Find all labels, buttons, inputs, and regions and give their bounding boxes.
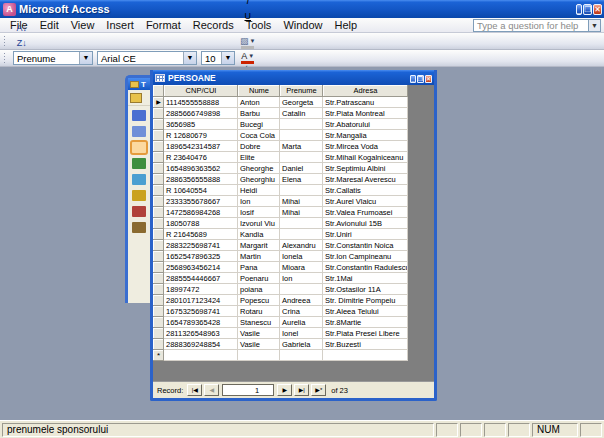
cell[interactable]: [280, 218, 323, 229]
font-name-combo[interactable]: Arial CE ▼: [97, 51, 197, 65]
close-button[interactable]: ✕: [425, 75, 432, 83]
cell[interactable]: Ionela: [280, 251, 323, 262]
cell[interactable]: Gabriela: [280, 339, 323, 350]
cell[interactable]: Margarit: [238, 240, 280, 251]
cell[interactable]: Elite: [238, 152, 280, 163]
cell[interactable]: Pana: [238, 262, 280, 273]
column-header-adresa[interactable]: Adresa: [323, 85, 408, 97]
reports-icon[interactable]: [132, 158, 146, 169]
modules-icon[interactable]: [132, 206, 146, 217]
new-record-selector[interactable]: *: [153, 350, 164, 361]
menu-help[interactable]: Help: [329, 19, 364, 31]
cell[interactable]: Marta: [280, 141, 323, 152]
cell[interactable]: [323, 350, 408, 361]
record-selector[interactable]: [153, 119, 164, 130]
cell[interactable]: Str.Constantin Noica: [323, 240, 408, 251]
forms-icon[interactable]: [132, 142, 146, 153]
cell[interactable]: 2886356555888: [164, 174, 238, 185]
cell[interactable]: 1114555558888: [164, 97, 238, 108]
cell[interactable]: Martin: [238, 251, 280, 262]
cell[interactable]: 2883225698741: [164, 240, 238, 251]
toolbar-drag-handle[interactable]: [3, 35, 8, 47]
font-size-combo[interactable]: 10 ▼: [201, 51, 235, 65]
record-selector[interactable]: [153, 262, 164, 273]
cell[interactable]: Iosif: [238, 207, 280, 218]
sort-descending-button[interactable]: Z↓: [12, 36, 31, 51]
record-selector[interactable]: [153, 240, 164, 251]
record-selector[interactable]: [153, 317, 164, 328]
next-record-button[interactable]: ▶: [277, 384, 292, 396]
menu-window[interactable]: Window: [277, 19, 328, 31]
cell[interactable]: Catalin: [280, 108, 323, 119]
cell[interactable]: 2801017123424: [164, 295, 238, 306]
cell[interactable]: 2333355678667: [164, 196, 238, 207]
cell[interactable]: Popescu: [238, 295, 280, 306]
cell[interactable]: Ion: [280, 273, 323, 284]
record-selector[interactable]: [153, 130, 164, 141]
cell[interactable]: Ionel: [280, 328, 323, 339]
record-selector[interactable]: [153, 251, 164, 262]
cell[interactable]: Daniel: [280, 163, 323, 174]
cell[interactable]: 2885554446667: [164, 273, 238, 284]
chevron-down-icon[interactable]: ▼: [79, 52, 92, 64]
record-selector[interactable]: [153, 284, 164, 295]
cell[interactable]: Str.Mihail Kogalniceanu: [323, 152, 408, 163]
cell[interactable]: 1675325698741: [164, 306, 238, 317]
record-selector[interactable]: [153, 196, 164, 207]
record-selector[interactable]: [153, 207, 164, 218]
cell[interactable]: Str.Piata Montreal: [323, 108, 408, 119]
cell[interactable]: Vasile: [238, 339, 280, 350]
cell[interactable]: 2885666749898: [164, 108, 238, 119]
record-selector[interactable]: [153, 229, 164, 240]
column-header-prenume[interactable]: Prenume: [280, 85, 323, 97]
cell[interactable]: Alexandru: [280, 240, 323, 251]
last-record-button[interactable]: ▶|: [294, 384, 309, 396]
cell[interactable]: Str.Mangalia: [323, 130, 408, 141]
chevron-down-icon[interactable]: ▼: [221, 52, 234, 64]
cell[interactable]: Bucegi: [238, 119, 280, 130]
record-selector[interactable]: [153, 295, 164, 306]
menu-view[interactable]: View: [65, 19, 101, 31]
cell[interactable]: Str.8Martie: [323, 317, 408, 328]
go-to-field-combo[interactable]: Prenume ▼: [13, 51, 93, 65]
record-selector[interactable]: [153, 163, 164, 174]
cell[interactable]: Ion: [238, 196, 280, 207]
cell[interactable]: R 21645689: [164, 229, 238, 240]
record-selector[interactable]: [153, 218, 164, 229]
groups-icon[interactable]: [132, 222, 146, 233]
cell[interactable]: Str.1Mai: [323, 273, 408, 284]
new-record-nav-button[interactable]: ▶*: [311, 384, 326, 396]
cell[interactable]: Heidi: [238, 185, 280, 196]
cell[interactable]: Gheorghe: [238, 163, 280, 174]
cell[interactable]: Mihai: [280, 196, 323, 207]
persoane-titlebar[interactable]: PERSOANE _❐✕: [153, 70, 434, 85]
record-selector[interactable]: [153, 306, 164, 317]
cell[interactable]: [280, 350, 323, 361]
tables-icon[interactable]: [132, 110, 146, 121]
record-number-box[interactable]: 1: [222, 384, 274, 396]
chevron-down-icon[interactable]: ▼: [183, 52, 196, 64]
record-selector[interactable]: [153, 328, 164, 339]
cell[interactable]: Str.Abatorului: [323, 119, 408, 130]
cell[interactable]: 2888369248854: [164, 339, 238, 350]
cell[interactable]: 1472586984268: [164, 207, 238, 218]
open-icon[interactable]: [130, 93, 142, 103]
cell[interactable]: R 10640554: [164, 185, 238, 196]
cell[interactable]: Gheorghiu: [238, 174, 280, 185]
cell[interactable]: 2568963456214: [164, 262, 238, 273]
cell[interactable]: Str.Ion Campineanu: [323, 251, 408, 262]
cell[interactable]: Mihai: [280, 207, 323, 218]
menu-insert[interactable]: Insert: [100, 19, 140, 31]
fill-color-button[interactable]: ▨▼: [238, 36, 257, 51]
cell[interactable]: Crina: [280, 306, 323, 317]
menu-edit[interactable]: Edit: [34, 19, 65, 31]
cell[interactable]: Andreea: [280, 295, 323, 306]
cell[interactable]: Aurelia: [280, 317, 323, 328]
cell[interactable]: Str.Buzesti: [323, 339, 408, 350]
cell[interactable]: Str.Septimiu Albini: [323, 163, 408, 174]
cell[interactable]: R 12680679: [164, 130, 238, 141]
maximize-button[interactable]: ❐: [417, 75, 424, 83]
cell[interactable]: Anton: [238, 97, 280, 108]
cell[interactable]: 18997472: [164, 284, 238, 295]
cell[interactable]: 3656985: [164, 119, 238, 130]
